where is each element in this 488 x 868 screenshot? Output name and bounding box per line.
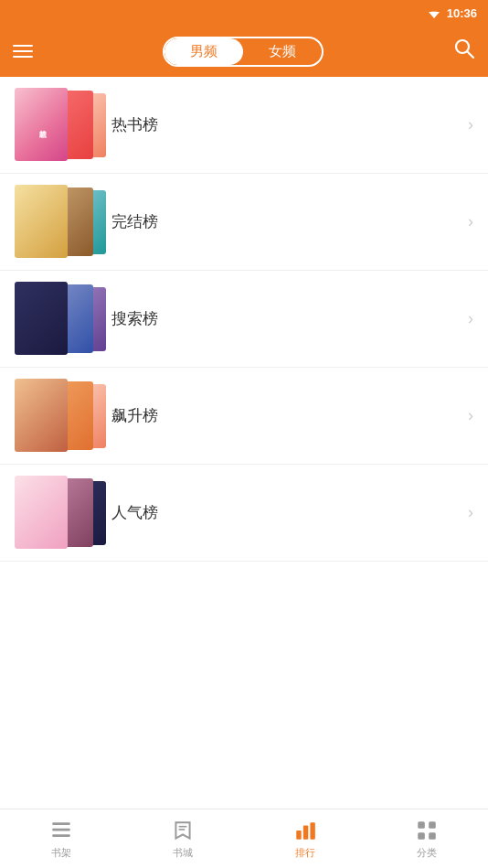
ranking-icon (293, 819, 317, 842)
nav-ranking-label: 排行 (295, 846, 315, 860)
book-cover-13 (15, 476, 68, 549)
nav-categories[interactable]: 分类 (366, 809, 489, 868)
chevron-rising: › (468, 406, 473, 425)
bookshelf-icon (49, 819, 73, 842)
bookstore-icon (171, 819, 195, 842)
gender-tabs: 男频 女频 (163, 37, 324, 67)
svg-rect-9 (296, 830, 301, 840)
svg-rect-6 (52, 834, 70, 837)
nav-bookshelf[interactable]: 书架 (0, 809, 122, 868)
list-label-popular: 人气榜 (111, 502, 461, 523)
nav-ranking[interactable]: 排行 (244, 809, 366, 868)
book-cover-4 (15, 185, 68, 258)
svg-rect-15 (429, 832, 436, 840)
nav-bookshelf-label: 书架 (51, 846, 71, 860)
book-cover-7 (15, 282, 68, 355)
categories-icon (415, 819, 439, 842)
book-covers-search (15, 280, 97, 358)
list-label-search: 搜索榜 (111, 308, 461, 329)
status-icons: 10:36 (427, 6, 477, 20)
svg-line-3 (468, 52, 474, 59)
book-covers-complete (15, 183, 97, 261)
list-item-complete-books[interactable]: 完结榜 › (0, 174, 488, 271)
list-label-rising: 飙升榜 (111, 405, 461, 426)
svg-rect-5 (52, 828, 70, 830)
book-cover-10 (15, 379, 68, 452)
svg-rect-14 (419, 832, 426, 840)
book-covers-popular (15, 474, 97, 552)
status-time: 10:36 (447, 6, 477, 20)
search-icon (453, 38, 475, 59)
tab-male[interactable]: 男频 (164, 38, 243, 65)
svg-rect-4 (52, 822, 70, 825)
nav-categories-label: 分类 (417, 846, 437, 860)
book-cover-1: 总裁的娇草 (15, 88, 68, 161)
chevron-popular: › (468, 503, 473, 522)
chevron-complete: › (468, 212, 473, 231)
svg-rect-12 (419, 821, 426, 829)
list-item-rising-books[interactable]: 飙升榜 › (0, 368, 488, 465)
svg-rect-11 (310, 822, 314, 839)
chevron-search: › (468, 309, 473, 328)
search-button[interactable] (453, 38, 475, 65)
list-label-hot: 热书榜 (111, 114, 461, 135)
status-bar: 10:36 (0, 0, 488, 26)
bottom-nav: 书架 书城 排行 分类 (0, 809, 488, 868)
nav-bookstore[interactable]: 书城 (122, 809, 245, 868)
book-covers-hot: 总裁的娇草 (15, 86, 97, 164)
svg-rect-13 (429, 821, 436, 829)
list-item-hot-books[interactable]: 总裁的娇草 热书榜 › (0, 77, 488, 174)
list-label-complete: 完结榜 (111, 211, 461, 232)
wifi-icon (427, 7, 441, 18)
chevron-hot: › (468, 115, 473, 134)
list-item-search-books[interactable]: 搜索榜 › (0, 271, 488, 368)
header: 男频 女频 (0, 26, 488, 77)
book-covers-rising (15, 377, 97, 455)
svg-rect-10 (303, 825, 308, 839)
nav-bookstore-label: 书城 (173, 846, 193, 860)
main-content: 总裁的娇草 热书榜 › 完结榜 › 搜索榜 › (0, 77, 488, 809)
list-item-popular-books[interactable]: 人气榜 › (0, 465, 488, 562)
menu-button[interactable] (13, 45, 33, 58)
tab-female[interactable]: 女频 (243, 38, 322, 65)
